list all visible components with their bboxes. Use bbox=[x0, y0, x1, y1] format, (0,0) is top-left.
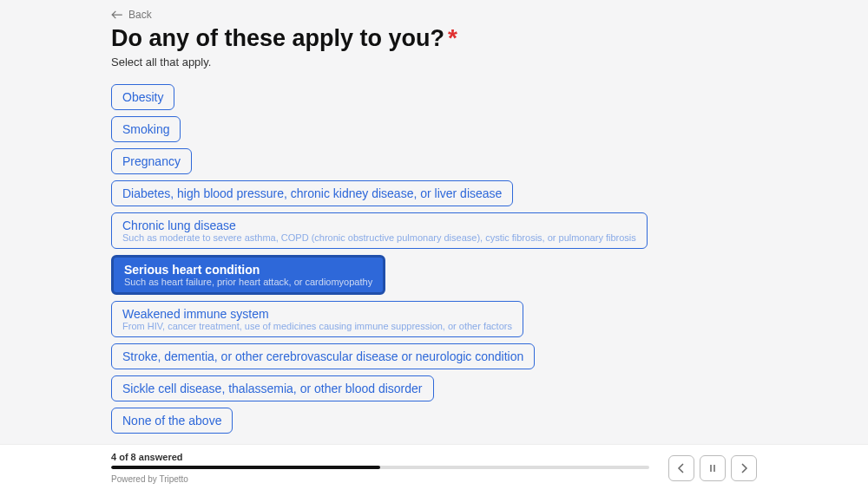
options-list: ObesitySmokingPregnancyDiabetes, high bl… bbox=[111, 84, 757, 434]
chevron-right-icon bbox=[739, 463, 749, 473]
option-checkbox[interactable]: Smoking bbox=[111, 116, 181, 142]
option-label: Weakened immune system bbox=[122, 307, 512, 321]
next-button[interactable] bbox=[731, 455, 757, 481]
chevron-left-icon bbox=[676, 463, 687, 473]
option-label: Chronic lung disease bbox=[122, 219, 636, 232]
progress-text: 4 of 8 answered bbox=[111, 452, 649, 462]
option-checkbox[interactable]: Serious heart conditionSuch as heart fai… bbox=[111, 255, 385, 295]
question-text: Do any of these apply to you? bbox=[111, 25, 444, 52]
option-label: Stroke, dementia, or other cerebrovascul… bbox=[122, 349, 523, 363]
option-label: Sickle cell disease, thalassemia, or oth… bbox=[122, 382, 423, 395]
progress-bar bbox=[111, 466, 649, 469]
option-label: None of the above bbox=[122, 414, 221, 427]
option-checkbox[interactable]: Weakened immune systemFrom HIV, cancer t… bbox=[111, 301, 523, 337]
progress-section: 4 of 8 answered Powered by Tripetto bbox=[111, 452, 649, 484]
back-label: Back bbox=[128, 9, 152, 21]
option-description: Such as moderate to severe asthma, COPD … bbox=[122, 232, 636, 243]
arrow-left-icon bbox=[111, 10, 123, 19]
nav-buttons bbox=[668, 455, 757, 481]
option-checkbox[interactable]: Diabetes, high blood pressure, chronic k… bbox=[111, 180, 513, 206]
option-checkbox[interactable]: Stroke, dementia, or other cerebrovascul… bbox=[111, 343, 535, 369]
option-checkbox[interactable]: Obesity bbox=[111, 84, 174, 110]
pause-icon bbox=[707, 463, 718, 473]
option-checkbox[interactable]: None of the above bbox=[111, 408, 233, 434]
powered-by: Powered by Tripetto bbox=[111, 474, 649, 484]
option-label: Obesity bbox=[122, 90, 163, 104]
option-label: Smoking bbox=[122, 122, 169, 136]
footer: 4 of 8 answered Powered by Tripetto bbox=[0, 444, 868, 496]
question-title: Do any of these apply to you? * bbox=[111, 24, 757, 52]
option-label: Pregnancy bbox=[122, 154, 181, 168]
prev-button[interactable] bbox=[668, 455, 694, 481]
option-description: From HIV, cancer treatment, use of medic… bbox=[122, 321, 512, 331]
required-indicator: * bbox=[448, 24, 457, 52]
option-description: Such as heart failure, prior heart attac… bbox=[124, 277, 372, 287]
back-button[interactable]: Back bbox=[111, 9, 152, 21]
progress-fill bbox=[111, 466, 380, 469]
question-subtitle: Select all that apply. bbox=[111, 55, 757, 69]
option-checkbox[interactable]: Pregnancy bbox=[111, 148, 192, 174]
option-label: Diabetes, high blood pressure, chronic k… bbox=[122, 186, 502, 200]
option-checkbox[interactable]: Chronic lung diseaseSuch as moderate to … bbox=[111, 212, 648, 249]
option-label: Serious heart condition bbox=[124, 263, 372, 277]
pause-button[interactable] bbox=[700, 455, 726, 481]
option-checkbox[interactable]: Sickle cell disease, thalassemia, or oth… bbox=[111, 375, 434, 401]
